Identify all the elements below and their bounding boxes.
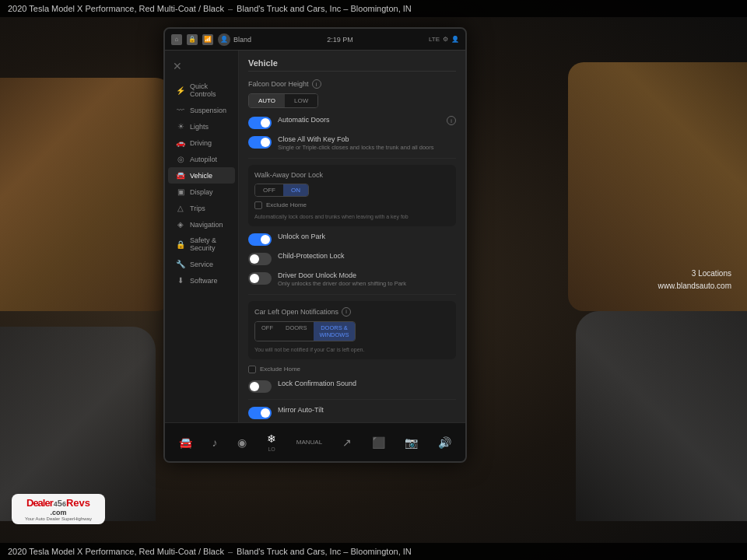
falcon-auto-btn[interactable]: AUTO: [249, 94, 285, 107]
sidebar-item-safety-security[interactable]: 🔒 Safety & Security: [168, 233, 235, 256]
taskbar-camera[interactable]: 📷: [400, 433, 423, 452]
sidebar-item-display[interactable]: ▣ Display: [168, 184, 235, 200]
taskbar-manual-label: MANUAL: [292, 436, 327, 449]
car-left-doors-windows-btn[interactable]: DOORS &WINDOWS: [314, 322, 356, 341]
trips-icon: △: [176, 204, 185, 212]
taskbar-phone[interactable]: ↗: [338, 433, 356, 452]
taskbar-car[interactable]: 🚘: [174, 433, 197, 452]
taskbar-climate-icon: ❄: [267, 432, 276, 445]
sidebar-item-trips[interactable]: △ Trips: [168, 200, 235, 216]
bg-seat-right: [576, 311, 747, 521]
taskbar-volume-icon: 🔊: [438, 436, 451, 449]
taskbar-volume[interactable]: 🔊: [433, 433, 456, 452]
divider-3: [248, 399, 456, 400]
mirror-auto-tilt-label: Mirror Auto-Tilt: [278, 406, 456, 414]
bottom-bar: 2020 Tesla Model X Performance, Red Mult…: [0, 543, 747, 560]
side-text-right: 3 Locations www.blandsauto.com: [658, 268, 732, 292]
locations-text: 3 Locations: [658, 268, 732, 280]
unlock-on-park-row: Unlock on Park: [248, 233, 456, 246]
sidebar-item-suspension[interactable]: 〰 Suspension: [168, 102, 235, 118]
automatic-doors-toggle[interactable]: [248, 117, 272, 129]
dealer-revs-logo: Dealer 4 5 6 Revs .com Your Auto Dealer …: [12, 494, 105, 541]
unlock-on-park-toggle[interactable]: [248, 233, 272, 246]
exclude-home-label-2: Exclude Home: [260, 366, 300, 373]
falcon-info-icon[interactable]: i: [312, 79, 321, 89]
dealer-revs-dot-com: .com: [50, 509, 66, 516]
tesla-main-content: ✕ ⚡ Quick Controls 〰 Suspension ☀ Lights…: [165, 51, 465, 422]
taskbar-climate-label: LO: [268, 446, 275, 452]
car-left-off-btn[interactable]: OFF: [255, 322, 279, 341]
auto-doors-info-icon[interactable]: i: [447, 116, 456, 125]
sidebar-item-lights[interactable]: ☀ Lights: [168, 118, 235, 135]
driver-door-sublabel: Only unlocks the driver door when shifti…: [278, 280, 456, 288]
home-icon: ⌂: [171, 34, 182, 45]
top-bar: 2020 Tesla Model X Performance, Red Mult…: [0, 0, 747, 17]
service-icon: 🔧: [176, 260, 185, 268]
exclude-home-checkbox[interactable]: [254, 201, 262, 209]
bluetooth-icon: ⚙: [443, 36, 448, 43]
status-user: 👤 Bland: [218, 33, 251, 46]
lock-confirmation-row: Lock Confirmation Sound: [248, 380, 456, 393]
car-left-info-icon[interactable]: i: [342, 307, 351, 317]
username-label: Bland: [233, 36, 251, 44]
exclude-home-row-2: Exclude Home: [248, 366, 456, 373]
child-protection-label: Child-Protection Lock: [278, 252, 456, 260]
autopilot-icon: ◎: [176, 155, 185, 163]
unlock-on-park-label: Unlock on Park: [278, 233, 456, 240]
lights-icon: ☀: [176, 122, 185, 131]
falcon-low-btn[interactable]: LOW: [285, 94, 317, 107]
driving-icon: 🚗: [176, 138, 185, 147]
display-icon: ▣: [176, 187, 185, 196]
taskbar-nav[interactable]: ◉: [233, 433, 251, 452]
driver-door-row: Driver Door Unlock Mode Only unlocks the…: [248, 271, 456, 288]
close-all-toggle[interactable]: [248, 136, 272, 149]
walk-away-seg-control: OFF ON: [254, 184, 309, 197]
car-left-open-section: Car Left Open Notifications i OFF DOORS …: [248, 301, 456, 359]
walk-away-desc: Automatically lock doors and trunks when…: [254, 213, 450, 220]
sidebar-item-autopilot[interactable]: ◎ Autopilot: [168, 151, 235, 167]
taskbar-climate[interactable]: ❄ LO: [262, 429, 281, 455]
sidebar-label-lights: Lights: [190, 123, 209, 131]
walk-away-off-btn[interactable]: OFF: [255, 184, 283, 196]
bottom-bar-title: 2020 Tesla Model X Performance, Red Mult…: [8, 547, 224, 556]
sidebar-item-software[interactable]: ⬇ Software: [168, 272, 235, 289]
close-all-row: Close All With Key Fob Single or Triple-…: [248, 135, 456, 152]
taskbar-energy[interactable]: ⬛: [367, 433, 390, 452]
child-protection-toggle[interactable]: [248, 253, 272, 265]
automatic-doors-label: Automatic Doors: [278, 116, 440, 124]
sidebar-item-navigation[interactable]: ◈ Navigation: [168, 216, 235, 233]
top-bar-title: 2020 Tesla Model X Performance, Red Mult…: [8, 4, 224, 13]
mirror-auto-tilt-toggle[interactable]: [248, 407, 272, 419]
vehicle-panel: Vehicle Falcon Door Height i AUTO LOW: [239, 51, 465, 422]
taskbar-energy-icon: ⬛: [372, 436, 385, 449]
mirror-auto-tilt-row: Mirror Auto-Tilt: [248, 406, 456, 419]
walk-away-section: Walk-Away Door Lock OFF ON Exclude Home …: [248, 165, 456, 226]
sidebar-item-service[interactable]: 🔧 Service: [168, 256, 235, 272]
user-icon: 👤: [218, 33, 230, 46]
close-all-label: Close All With Key Fob: [278, 135, 456, 143]
sidebar-label-driving: Driving: [190, 139, 212, 147]
sidebar-label-navigation: Navigation: [190, 221, 223, 229]
tesla-sidebar: ✕ ⚡ Quick Controls 〰 Suspension ☀ Lights…: [165, 51, 239, 422]
car-left-doors-btn[interactable]: DOORS: [279, 322, 314, 341]
lock-confirmation-label: Lock Confirmation Sound: [278, 380, 456, 387]
sidebar-item-quick-controls[interactable]: ⚡ Quick Controls: [168, 79, 235, 102]
exclude-home-label: Exclude Home: [266, 201, 307, 208]
sidebar-label-autopilot: Autopilot: [190, 156, 217, 163]
signal-label: LTE: [429, 36, 440, 43]
exclude-home-checkbox-2[interactable]: [248, 366, 256, 373]
child-protection-row: Child-Protection Lock: [248, 252, 456, 265]
sidebar-label-trips: Trips: [190, 205, 205, 212]
status-time: 2:19 PM: [327, 36, 353, 44]
taskbar-music[interactable]: ♪: [208, 433, 223, 452]
tesla-screen: ⌂ 🔒 📶 👤 Bland 2:19 PM LTE ⚙ 👤 ✕: [163, 27, 467, 463]
sidebar-item-vehicle[interactable]: 🚘 Vehicle: [168, 167, 235, 184]
bg-seat-left: [0, 327, 156, 521]
walk-away-label: Walk-Away Door Lock: [254, 171, 450, 179]
falcon-door-btn-group: AUTO LOW: [248, 93, 318, 108]
walk-away-on-btn[interactable]: ON: [283, 184, 308, 196]
close-button[interactable]: ✕: [165, 57, 238, 79]
driver-door-toggle[interactable]: [248, 272, 272, 285]
sidebar-item-driving[interactable]: 🚗 Driving: [168, 135, 235, 151]
lock-confirmation-toggle[interactable]: [248, 380, 272, 393]
